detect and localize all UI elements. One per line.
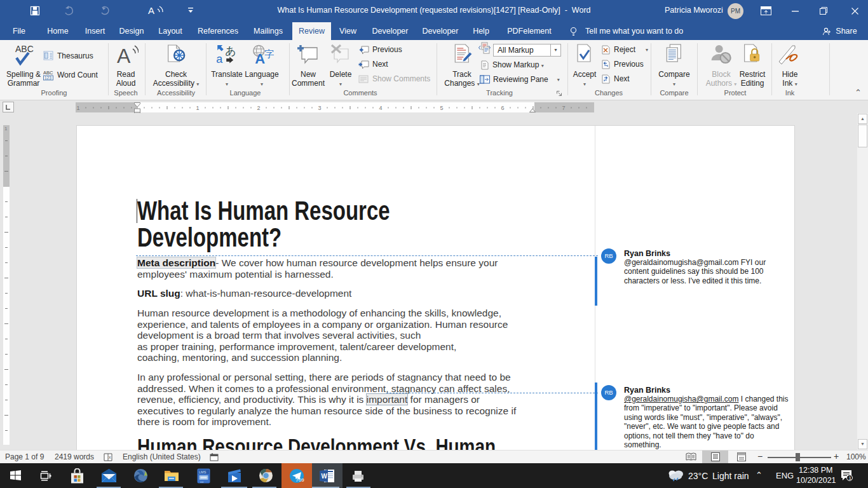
svg-text:1: 1 [4,126,8,132]
svg-text:x: x [109,455,111,459]
svg-text:1: 1 [849,475,852,481]
svg-text:字: 字 [264,48,274,59]
svg-text:6: 6 [501,105,504,111]
svg-text:あ: あ [225,45,236,57]
svg-text:W: W [322,473,328,480]
svg-text:5: 5 [440,105,443,111]
svg-text:LMS: LMS [199,470,207,473]
svg-text:A: A [255,51,265,67]
svg-text:1: 1 [76,105,79,111]
svg-text:a: a [216,53,223,65]
svg-text:ABC: ABC [43,70,53,76]
svg-text:ABC: ABC [15,44,34,54]
svg-text:A: A [117,44,131,67]
svg-text:123: 123 [44,76,51,80]
svg-text:1: 1 [196,105,199,111]
svg-text:2: 2 [257,105,260,111]
svg-text:7: 7 [562,105,565,111]
svg-text:3: 3 [318,105,321,111]
svg-text:●●: ●● [200,480,204,483]
svg-text:4: 4 [379,105,382,111]
